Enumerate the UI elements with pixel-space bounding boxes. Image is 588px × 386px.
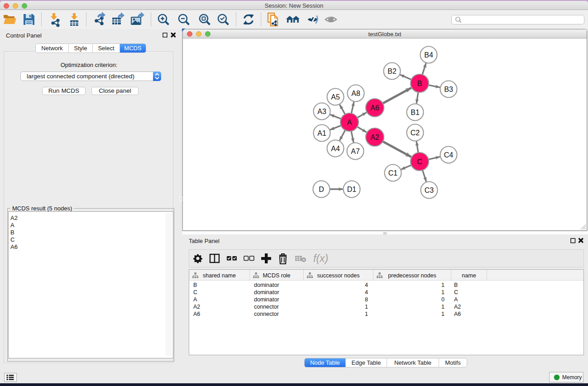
- svg-text:A6: A6: [370, 104, 379, 112]
- svg-text:A5: A5: [331, 93, 340, 101]
- svg-text:A1: A1: [317, 129, 326, 137]
- svg-text:B: B: [417, 80, 422, 87]
- svg-text:A8: A8: [351, 90, 360, 97]
- svg-text:C: C: [417, 158, 422, 166]
- svg-text:A3: A3: [317, 108, 326, 115]
- svg-text:B1: B1: [411, 109, 420, 116]
- svg-text:C4: C4: [444, 151, 454, 159]
- svg-text:C3: C3: [425, 186, 434, 194]
- svg-text:D: D: [319, 186, 324, 193]
- svg-text:C2: C2: [411, 129, 420, 137]
- svg-text:A7: A7: [351, 148, 360, 155]
- svg-text:B4: B4: [424, 51, 433, 59]
- svg-text:A2: A2: [370, 133, 379, 141]
- svg-text:C1: C1: [388, 169, 398, 177]
- svg-text:B3: B3: [444, 86, 453, 93]
- svg-text:A: A: [347, 119, 352, 126]
- svg-text:f(x): f(x): [313, 253, 328, 264]
- svg-text:A4: A4: [331, 145, 340, 152]
- svg-text:B2: B2: [387, 67, 397, 75]
- svg-text:D1: D1: [347, 186, 357, 193]
